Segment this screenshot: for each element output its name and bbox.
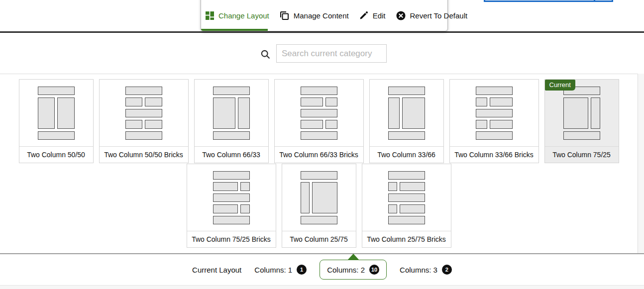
filter-bar: Current Layout Columns: 11Columns: 210Co… [0, 254, 644, 285]
layout-block [38, 87, 75, 95]
layout-preview [388, 87, 425, 140]
layout-block [125, 109, 162, 117]
tab-change-layout[interactable]: Change Layout [206, 11, 269, 20]
layout-card-two-column-25-75-bricks[interactable]: Two Column 25/75 Bricks [362, 164, 451, 248]
layout-block [388, 97, 400, 129]
toolbar: Change LayoutManage ContentEditRevert To… [201, 0, 448, 31]
layout-block [388, 193, 425, 202]
layout-block [301, 171, 337, 180]
current-badge: Current [545, 80, 575, 91]
layout-card-label: Two Column 25/75 Bricks [362, 231, 451, 247]
layout-block [301, 97, 323, 106]
layout-split-row [563, 97, 600, 129]
layout-card-two-column-33-66-bricks[interactable]: Two Column 33/66 Bricks [449, 79, 539, 163]
layout-card-two-column-25-75[interactable]: Two Column 25/75 [282, 164, 356, 248]
cards-row: Two Column 50/50Two Column 50/50 BricksT… [0, 79, 638, 163]
layout-card-label: Two Column 33/66 Bricks [450, 146, 538, 163]
layout-card-two-column-75-25[interactable]: CurrentTwo Column 75/25 [544, 79, 619, 163]
layout-block [476, 120, 488, 129]
layout-card-label: Two Column 25/75 [282, 231, 356, 247]
layout-block [301, 131, 337, 140]
tab-revert-to-default[interactable]: Revert To Default [396, 11, 468, 20]
header-divider-line [0, 31, 644, 33]
pencil-icon [359, 11, 368, 20]
layout-card-two-column-75-25-bricks[interactable]: Two Column 75/25 Bricks [187, 164, 276, 248]
scrollbar[interactable] [638, 74, 644, 254]
layout-preview [213, 87, 250, 140]
layout-preview [476, 87, 513, 140]
layout-block [400, 182, 425, 191]
layout-block [591, 97, 600, 129]
caret-up-icon [348, 254, 359, 260]
layout-split-row [476, 120, 513, 129]
layout-block [145, 120, 162, 129]
layout-card-two-column-50-50[interactable]: Two Column 50/50 [19, 79, 94, 163]
layout-picker-page: Change LayoutManage ContentEditRevert To… [0, 0, 644, 289]
gallery-top-border [0, 74, 638, 74]
layout-block [388, 204, 397, 213]
layout-block [312, 182, 337, 213]
layout-block [145, 97, 162, 106]
layout-split-row [125, 97, 162, 106]
layout-card-label: Two Column 66/33 [195, 146, 268, 163]
filter-columns-3[interactable]: Columns: 32 [400, 265, 452, 275]
layout-block [213, 171, 250, 180]
layout-grid-icon [206, 11, 214, 20]
layout-gallery: Two Column 50/50Two Column 50/50 BricksT… [0, 79, 638, 248]
layout-block [476, 131, 513, 140]
layout-thumbnail [275, 80, 363, 146]
layout-split-row [125, 120, 162, 129]
layout-preview [388, 171, 425, 224]
layout-card-label: Two Column 75/25 Bricks [187, 231, 276, 247]
layout-block [38, 97, 55, 129]
cutoff-search-bar[interactable] [484, 0, 613, 2]
tab-edit[interactable]: Edit [359, 11, 386, 20]
layout-block [125, 97, 143, 106]
layout-split-row [476, 97, 513, 106]
filter-count-badge: 10 [369, 265, 379, 275]
layout-card-label: Two Column 33/66 [370, 146, 443, 163]
filter-columns-2[interactable]: Columns: 210 [320, 260, 387, 280]
search-input[interactable] [276, 44, 387, 63]
layout-thumbnail [100, 80, 188, 146]
layout-block [563, 131, 600, 140]
cards-row: Two Column 75/25 BricksTwo Column 25/75T… [0, 164, 638, 248]
filter-columns-1[interactable]: Columns: 11 [254, 265, 307, 275]
toolbar-tabs: Change LayoutManage ContentEditRevert To… [201, 0, 447, 31]
filter-label: Columns: 2 [327, 266, 365, 274]
layout-block [38, 131, 75, 140]
layout-block [301, 182, 310, 213]
layout-block [476, 97, 488, 106]
filter-count-badge: 1 [297, 265, 307, 275]
layout-split-row [388, 204, 425, 213]
filter-label: Columns: 3 [400, 266, 437, 274]
layout-split-row [388, 182, 425, 191]
layout-block [213, 131, 250, 140]
layout-thumbnail [362, 164, 451, 231]
tab-manage-content[interactable]: Manage Content [280, 11, 349, 20]
layout-card-two-column-66-33[interactable]: Two Column 66/33 [194, 79, 269, 163]
layout-block [240, 182, 249, 191]
layout-card-two-column-66-33-bricks[interactable]: Two Column 66/33 Bricks [274, 79, 364, 163]
layout-preview [301, 87, 337, 140]
layout-card-two-column-33-66[interactable]: Two Column 33/66 [369, 79, 444, 163]
layout-block [301, 87, 337, 95]
search-icon [260, 49, 271, 62]
layout-block [402, 97, 425, 129]
layout-block [213, 204, 238, 213]
tab-label: Edit [373, 11, 386, 20]
layout-block [301, 120, 323, 129]
layout-block [213, 182, 238, 191]
circle-x-icon [396, 11, 406, 20]
bottom-strip [0, 285, 644, 289]
layout-card-two-column-50-50-bricks[interactable]: Two Column 50/50 Bricks [99, 79, 189, 163]
filter-count-badge: 2 [442, 265, 452, 275]
layout-block [388, 182, 397, 191]
layout-card-label: Two Column 50/50 [19, 146, 93, 163]
layout-block [388, 216, 425, 224]
layout-preview [125, 87, 162, 140]
layout-thumbnail [370, 80, 443, 146]
layout-block [476, 109, 513, 117]
layout-split-row [213, 182, 250, 191]
layout-block [57, 97, 75, 129]
